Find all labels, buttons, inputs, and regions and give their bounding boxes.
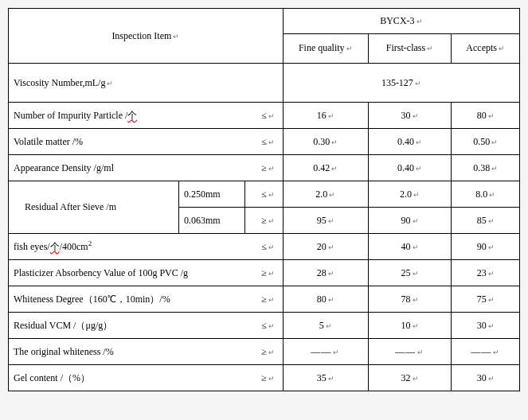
row-impurity: Number of Impurity Particle /个 ≤ 16 30 8…: [9, 103, 520, 129]
val-density-first: 0.40: [368, 155, 452, 181]
op-le: ≤: [261, 136, 275, 148]
label-sieve-0063: 0.063mm: [178, 208, 244, 234]
val-whiteness-fine: 80: [283, 286, 368, 313]
val-plasticizer-first: 25: [368, 260, 452, 286]
label-sieve: Residual After Sieve /m: [9, 181, 179, 234]
header-row-1: Inspection Item BYCX-3: [9, 9, 520, 34]
label-fisheyes: fish eyes/个/400cm2 ≤: [9, 234, 284, 260]
val-gel-fine: 35: [283, 365, 368, 391]
val-vcm-first: 10: [368, 313, 452, 339]
val-vcm-fine: 5: [283, 313, 368, 339]
op-ge: ≥: [261, 346, 275, 358]
row-density: Appearance Density /g/ml ≥ 0.42 0.40 0.3…: [9, 155, 520, 181]
val-origwhite-fine: ——: [283, 339, 368, 365]
val-gel-accept: 30: [452, 365, 520, 391]
val-whiteness-accept: 75: [452, 286, 520, 313]
val-sieve2-fine: 95: [283, 208, 368, 234]
op-le: ≤: [261, 110, 275, 122]
spec-table: Inspection Item BYCX-3 Fine quality Firs…: [8, 8, 520, 391]
val-fisheyes-fine: 20: [283, 234, 368, 260]
val-whiteness-first: 78: [368, 286, 452, 313]
row-origwhite: The original whiteness /% ≥ —— —— ——: [9, 339, 520, 365]
op-le: ≤: [261, 189, 275, 200]
op-ge: ≥: [261, 267, 275, 279]
row-vcm: Residual VCM /（μg/g） ≤ 5 10 30: [9, 313, 520, 339]
label-impurity: Number of Impurity Particle /个 ≤: [9, 103, 284, 129]
val-origwhite-accept: ——: [452, 339, 520, 365]
val-sieve1-fine: 2.0: [283, 181, 368, 208]
op-ge: ≥: [261, 372, 275, 384]
val-sieve2-accept: 85: [452, 208, 520, 234]
val-sieve1-first: 2.0: [368, 181, 452, 208]
val-density-accept: 0.38: [452, 155, 520, 181]
col-first-class: First-class: [368, 33, 452, 63]
val-plasticizer-fine: 28: [283, 260, 368, 286]
val-volatile-fine: 0.30: [283, 129, 368, 155]
label-density: Appearance Density /g/ml ≥: [9, 155, 284, 181]
label-gel: Gel content /（%） ≥: [9, 365, 284, 391]
val-impurity-fine: 16: [283, 103, 368, 129]
val-impurity-accept: 80: [452, 103, 520, 129]
val-volatile-first: 0.40: [368, 129, 452, 155]
row-volatile: Volatile matter /% ≤ 0.30 0.40 0.50: [9, 129, 520, 155]
row-fisheyes: fish eyes/个/400cm2 ≤ 20 40 90: [9, 234, 520, 260]
row-whiteness: Whiteness Degree（160℃，10min）/% ≥ 80 78 7…: [9, 286, 520, 313]
row-viscosity: Viscosity Number,mL/g 135-127: [9, 64, 520, 103]
op-le: ≤: [261, 320, 275, 332]
op-wrap: ≤: [245, 181, 284, 208]
row-gel: Gel content /（%） ≥ 35 32 30: [9, 365, 520, 391]
val-fisheyes-first: 40: [368, 234, 452, 260]
op-ge: ≥: [261, 162, 275, 174]
val-sieve2-first: 90: [368, 208, 452, 234]
label-sieve-0250: 0.250mm: [178, 181, 244, 208]
op-wrap: ≥: [245, 208, 284, 234]
op-le: ≤: [261, 241, 275, 253]
label-whiteness: Whiteness Degree（160℃，10min）/% ≥: [9, 286, 284, 313]
val-viscosity: 135-127: [283, 64, 519, 103]
val-gel-first: 32: [368, 365, 452, 391]
val-fisheyes-accept: 90: [452, 234, 520, 260]
val-sieve1-accept: 8.0: [452, 181, 520, 208]
row-plasticizer: Plasticizer Absorbency Value of 100g PVC…: [9, 260, 520, 286]
val-impurity-first: 30: [368, 103, 452, 129]
val-vcm-accept: 30: [452, 313, 520, 339]
label-viscosity: Viscosity Number,mL/g: [9, 64, 284, 103]
col-accepts: Accepts: [452, 33, 520, 63]
val-plasticizer-accept: 23: [452, 260, 520, 286]
col-fine-quality: Fine quality: [283, 33, 368, 63]
label-plasticizer: Plasticizer Absorbency Value of 100g PVC…: [9, 260, 284, 286]
label-volatile: Volatile matter /% ≤: [9, 129, 284, 155]
header-group: BYCX-3: [283, 9, 519, 34]
header-inspection: Inspection Item: [9, 9, 284, 64]
val-density-fine: 0.42: [283, 155, 368, 181]
label-vcm: Residual VCM /（μg/g） ≤: [9, 313, 284, 339]
row-sieve-1: Residual After Sieve /m 0.250mm ≤ 2.0 2.…: [9, 181, 520, 208]
val-origwhite-first: ——: [368, 339, 452, 365]
label-origwhite: The original whiteness /% ≥: [9, 339, 284, 365]
op-ge: ≥: [261, 294, 275, 305]
val-volatile-accept: 0.50: [452, 129, 520, 155]
op-ge: ≥: [261, 215, 275, 227]
